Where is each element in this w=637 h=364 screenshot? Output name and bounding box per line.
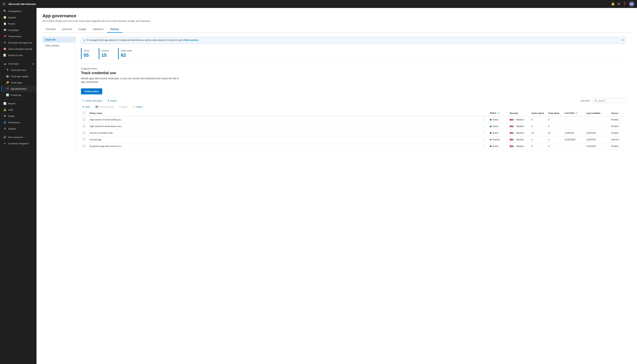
create-policy-button[interactable]: Create policy: [81, 88, 102, 94]
header-last-alert[interactable]: Last alert ⓘ: [563, 110, 584, 116]
settings-icon[interactable]: ⚙: [618, 2, 620, 6]
avatar[interactable]: MS: [629, 1, 634, 7]
row-more-button[interactable]: ⋮: [481, 118, 486, 122]
sidebar-item-reports[interactable]: 📈 Reports: [0, 100, 36, 107]
row-more-button[interactable]: ⋮: [481, 124, 486, 128]
sidebar-label-review: Review: [8, 22, 15, 25]
row-total-alerts: 0: [546, 116, 563, 123]
row-policy-name: High volume of email sending ac...: [88, 116, 479, 123]
sidebar-item-settings[interactable]: ⚙ Settings: [0, 126, 36, 132]
header-source[interactable]: Source: [609, 110, 626, 116]
search-input[interactable]: [598, 100, 626, 102]
sidebar-item-exchange-message-trace[interactable]: ✉ Exchange message trace: [0, 40, 36, 46]
header-severity[interactable]: Severity: [508, 110, 529, 116]
create-new-policy-button[interactable]: ✎ Create new policy: [81, 99, 104, 103]
status-info-icon[interactable]: ⓘ: [498, 112, 500, 114]
tab-azure-ad[interactable]: Azure AD: [59, 26, 75, 33]
select-all-checkbox[interactable]: [83, 112, 85, 114]
reset-button[interactable]: ↺ Reset: [118, 105, 129, 109]
header-total-alerts[interactable]: Total alerts: [546, 110, 563, 116]
page-tabs: Overview Azure AD Google Salesforce Poli…: [42, 26, 631, 33]
sidebar-item-health[interactable]: ❤ Health: [0, 113, 36, 119]
sidebar-item-attack-simulation[interactable]: 🎯 Attack simulation training: [0, 46, 36, 52]
sidebar-item-cloud-discovery[interactable]: 🔭 Cloud discovery: [1, 67, 36, 73]
row-checkbox-cell[interactable]: [81, 143, 88, 150]
tab-salesforce[interactable]: Salesforce: [90, 26, 107, 33]
sidebar-item-more-resources[interactable]: 🔗 More resources: [0, 134, 36, 140]
sidebar-item-cloud-app-catalog[interactable]: 📚 Cloud app catalog: [1, 73, 36, 80]
search-box[interactable]: 🔍: [592, 98, 626, 103]
row-checkbox-cell[interactable]: [81, 123, 88, 130]
row-checkbox-cell[interactable]: [81, 116, 88, 123]
last-alert-info-icon[interactable]: ⓘ: [576, 112, 577, 114]
sub-navigation: Azure AD Other policies: [42, 37, 76, 150]
stats-row: Active 55 Inactive 15 Audit mode 62: [81, 48, 626, 59]
sub-nav-other-policies[interactable]: Other policies: [42, 42, 76, 48]
sidebar-item-policies-rules[interactable]: 📝 Policies & rules: [0, 52, 36, 58]
row-more-cell[interactable]: ⋮: [479, 143, 488, 150]
row-checkbox[interactable]: [83, 138, 85, 140]
sidebar-item-activity-log[interactable]: 📊 Activity log: [1, 92, 36, 98]
row-policy-name: Suspicious app with access to m...: [88, 143, 479, 150]
other-policies-link[interactable]: Other policies: [184, 39, 198, 41]
save-query-button[interactable]: 💾 Save the query: [94, 105, 115, 109]
header-active-alerts[interactable]: Active alerts: [529, 110, 546, 116]
row-last-modified: -: [584, 123, 609, 130]
sidebar-item-campaigns[interactable]: 📢 Campaigns: [0, 27, 36, 33]
filter-icon: ▼: [82, 106, 84, 108]
sub-nav-azure-ad[interactable]: Azure AD: [42, 37, 76, 42]
tab-policies[interactable]: Policies: [107, 26, 122, 33]
sev-bar-high: [510, 132, 511, 134]
sidebar-item-audit[interactable]: 🔒 Audit: [0, 107, 36, 113]
sidebar-item-app-governance[interactable]: 🛡 App governance: [1, 86, 36, 92]
severity-bars: [510, 126, 514, 127]
status-dot-active: [490, 132, 492, 134]
row-total-alerts: 0: [546, 143, 563, 150]
sidebar-item-review[interactable]: 📋 Review: [0, 20, 36, 27]
notification-icon[interactable]: 🔔: [611, 2, 615, 6]
sidebar-item-threat-tracker[interactable]: 📌 Threat tracker: [0, 33, 36, 40]
row-more-cell[interactable]: ⋮: [479, 136, 488, 143]
stat-audit-label: Audit mode: [121, 50, 132, 52]
sidebar-item-oauth-apps[interactable]: 🔑 OAuth apps: [1, 80, 36, 86]
row-checkbox[interactable]: [83, 132, 85, 134]
sidebar-item-explorer[interactable]: 🧭 Explorer: [0, 14, 36, 20]
stat-audit-value: 62: [121, 52, 132, 58]
sidebar-label-policies: Policies & rules: [8, 54, 23, 56]
severity-bars: [510, 132, 514, 134]
header-checkbox-cell[interactable]: [81, 110, 88, 116]
hamburger-icon[interactable]: ☰: [3, 2, 5, 6]
stat-active-label: Active: [84, 50, 90, 52]
row-checkbox-cell[interactable]: [81, 136, 88, 143]
sidebar-item-investigations[interactable]: 🔍 Investigations: [0, 8, 36, 14]
row-checkbox[interactable]: [83, 125, 85, 127]
filters-button[interactable]: ⚡ Filters: [132, 105, 144, 109]
suggested-policy-label: Suggested policy: [81, 67, 626, 70]
row-checkbox[interactable]: [83, 145, 85, 147]
export-button[interactable]: ⬇ Export: [106, 99, 118, 103]
row-checkbox-cell[interactable]: [81, 130, 88, 136]
header-policy-name[interactable]: Policy name: [88, 110, 479, 116]
row-checkbox[interactable]: [83, 118, 85, 120]
row-more-button[interactable]: ⋮: [481, 131, 486, 135]
row-more-button[interactable]: ⋮: [481, 144, 486, 148]
sidebar-item-customize-nav[interactable]: ✏ Customize navigation: [0, 140, 36, 146]
row-more-cell[interactable]: ⋮: [479, 116, 488, 123]
banner-close-button[interactable]: ✕: [622, 38, 624, 42]
sidebar-item-permissions[interactable]: 👤 Permissions: [0, 119, 36, 126]
filter-button[interactable]: ▼ Filter: [81, 105, 92, 109]
header-last-modified[interactable]: Last modified ↓: [584, 110, 609, 116]
row-policy-name: Access to sensitive data: [88, 130, 479, 136]
header-status[interactable]: Status ⓘ: [488, 110, 508, 116]
tab-overview[interactable]: Overview: [42, 26, 59, 33]
row-last-modified: 12/2/2022: [584, 143, 609, 150]
sidebar-group-cloud-apps[interactable]: ☁ Cloud apps ▲: [0, 60, 36, 67]
sev-bar-mid: [512, 146, 513, 147]
row-more-button[interactable]: ⋮: [481, 138, 486, 141]
tab-google[interactable]: Google: [75, 26, 90, 33]
help-icon[interactable]: ❓: [623, 2, 626, 6]
row-more-cell[interactable]: ⋮: [479, 123, 488, 130]
row-severity: Medium: [508, 136, 529, 143]
table-row: Suspicious app with access to m... ⋮ Act…: [81, 143, 626, 150]
row-more-cell[interactable]: ⋮: [479, 130, 488, 136]
